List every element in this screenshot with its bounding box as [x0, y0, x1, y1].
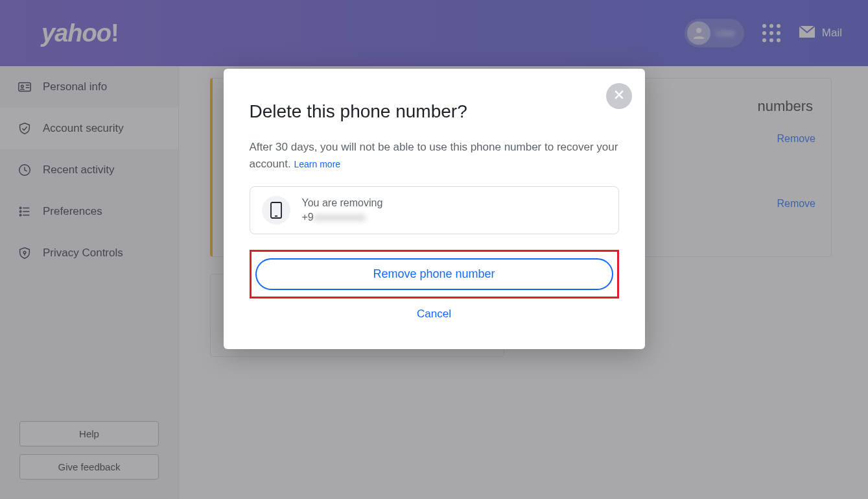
modal-description: After 30 days, you will not be able to u…: [250, 139, 619, 172]
close-button[interactable]: [606, 83, 632, 109]
annotation-highlight: Remove phone number: [250, 250, 619, 298]
modal-title: Delete this phone number?: [250, 101, 619, 122]
removing-box: You are removing +9xxxxxxxxxx: [250, 186, 619, 234]
phone-number-prefix: +9: [302, 210, 314, 225]
delete-phone-modal: Delete this phone number? After 30 days,…: [224, 69, 645, 349]
learn-more-link[interactable]: Learn more: [294, 159, 341, 169]
removing-text: You are removing +9xxxxxxxxxx: [302, 196, 383, 224]
cancel-link[interactable]: Cancel: [250, 308, 619, 321]
phone-icon: [262, 196, 290, 225]
close-icon: [613, 88, 626, 104]
removing-label: You are removing: [302, 197, 383, 208]
phone-number-redacted: xxxxxxxxxx: [314, 210, 366, 225]
remove-phone-number-button[interactable]: Remove phone number: [255, 258, 613, 290]
